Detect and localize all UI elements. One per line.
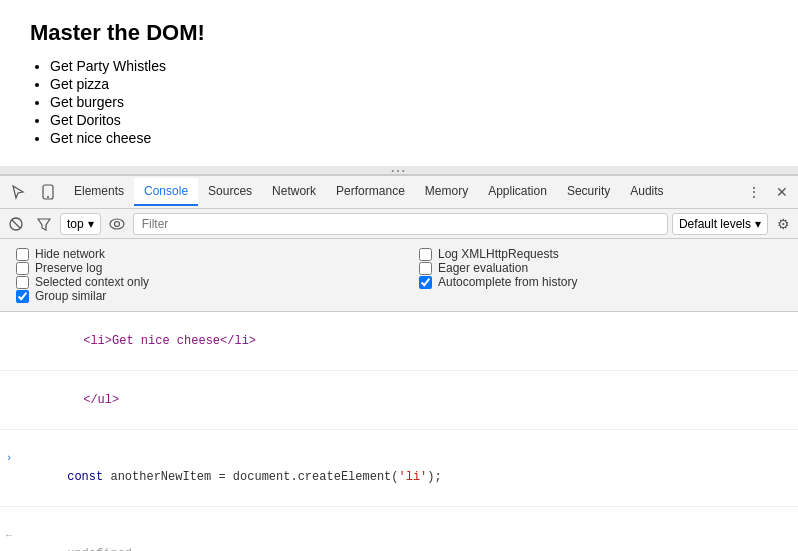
preview-title: Master the DOM! (30, 20, 768, 46)
preview-list: Get Party Whistles Get pizza Get burgers… (50, 58, 768, 146)
levels-label: Default levels (679, 217, 751, 231)
output-content: undefined (67, 547, 132, 551)
mobile-icon[interactable] (34, 178, 62, 206)
filter-input[interactable] (133, 213, 668, 235)
list-item: Get pizza (50, 76, 768, 92)
console-toolbar: top ▾ Default levels ▾ ⚙ (0, 209, 798, 239)
more-options-icon[interactable]: ⋮ (742, 180, 766, 204)
tab-sources[interactable]: Sources (198, 178, 262, 206)
tab-memory[interactable]: Memory (415, 178, 478, 206)
code-content: <li>Get nice cheese</li> (83, 334, 256, 348)
code-content: </ul> (83, 393, 119, 407)
context-arrow-icon: ▾ (88, 217, 94, 231)
input-arrow-icon: › (6, 450, 12, 468)
tab-bar: Elements Console Sources Network Perform… (0, 176, 798, 209)
console-line: ← undefined (0, 507, 798, 551)
output-arrow-icon: ← (6, 527, 12, 545)
close-devtools-icon[interactable]: ✕ (770, 180, 794, 204)
levels-arrow-icon: ▾ (755, 217, 761, 231)
levels-selector[interactable]: Default levels ▾ (672, 213, 768, 235)
setting-group-similar: Group similar (16, 289, 379, 303)
console-settings-icon[interactable]: ⚙ (772, 213, 794, 235)
tab-application[interactable]: Application (478, 178, 557, 206)
console-line: › const anotherNewItem = document.create… (0, 430, 798, 507)
console-line: <li>Get nice cheese</li> (0, 312, 798, 371)
autocomplete-label: Autocomplete from history (438, 275, 577, 289)
group-similar-checkbox[interactable] (16, 290, 29, 303)
context-value: top (67, 217, 84, 231)
list-item: Get Party Whistles (50, 58, 768, 74)
eye-icon[interactable] (105, 212, 129, 236)
list-item: Get nice cheese (50, 130, 768, 146)
hide-network-checkbox[interactable] (16, 248, 29, 261)
list-item: Get Doritos (50, 112, 768, 128)
log-xml-label: Log XMLHttpRequests (438, 247, 559, 261)
setting-selected-context: Selected context only (16, 275, 379, 289)
tab-network[interactable]: Network (262, 178, 326, 206)
preserve-log-checkbox[interactable] (16, 262, 29, 275)
selected-context-checkbox[interactable] (16, 276, 29, 289)
tab-performance[interactable]: Performance (326, 178, 415, 206)
cursor-icon[interactable] (4, 178, 32, 206)
svg-line-3 (12, 220, 20, 228)
clear-console-icon[interactable] (4, 212, 28, 236)
eager-eval-checkbox[interactable] (419, 262, 432, 275)
setting-preserve-log: Preserve log (16, 261, 379, 275)
tab-audits[interactable]: Audits (620, 178, 673, 206)
context-selector[interactable]: top ▾ (60, 213, 101, 235)
group-similar-label: Group similar (35, 289, 106, 303)
svg-point-6 (114, 221, 119, 226)
tab-console[interactable]: Console (134, 178, 198, 206)
autocomplete-checkbox[interactable] (419, 276, 432, 289)
setting-log-xml: Log XMLHttpRequests (419, 247, 782, 261)
tab-elements[interactable]: Elements (64, 178, 134, 206)
svg-point-1 (47, 196, 49, 198)
resize-handle[interactable] (0, 166, 798, 174)
hide-network-label: Hide network (35, 247, 105, 261)
selected-context-label: Selected context only (35, 275, 149, 289)
setting-autocomplete: Autocomplete from history (419, 275, 782, 289)
svg-point-5 (110, 219, 124, 229)
filter-icon[interactable] (32, 212, 56, 236)
console-output[interactable]: <li>Get nice cheese</li> </ul> › const a… (0, 312, 798, 551)
eager-eval-label: Eager evaluation (438, 261, 528, 275)
preview-pane: Master the DOM! Get Party Whistles Get p… (0, 0, 798, 175)
log-xml-checkbox[interactable] (419, 248, 432, 261)
setting-eager-eval: Eager evaluation (419, 261, 782, 275)
svg-marker-4 (38, 219, 50, 230)
devtools-panel: Elements Console Sources Network Perform… (0, 175, 798, 551)
tab-security[interactable]: Security (557, 178, 620, 206)
list-item: Get burgers (50, 94, 768, 110)
setting-hide-network: Hide network (16, 247, 379, 261)
settings-panel: Hide network Preserve log Selected conte… (0, 239, 798, 312)
console-line: </ul> (0, 371, 798, 430)
preserve-log-label: Preserve log (35, 261, 102, 275)
